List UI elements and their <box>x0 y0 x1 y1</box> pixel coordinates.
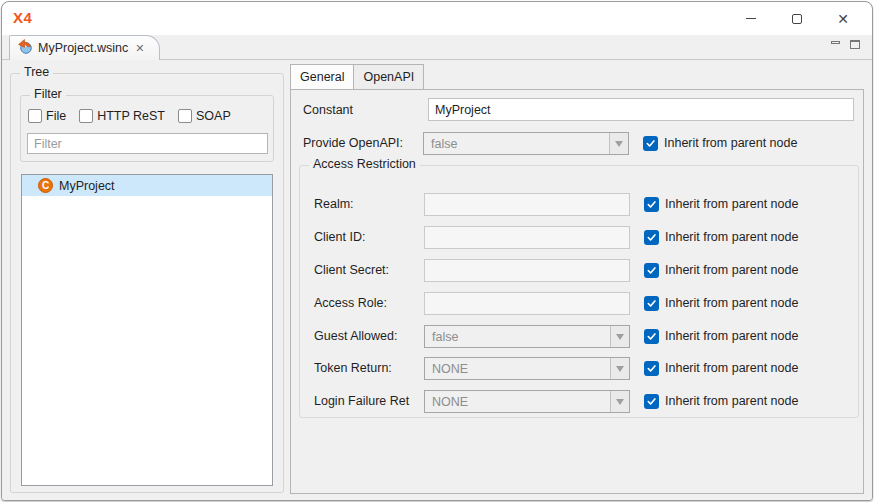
filter-input[interactable] <box>27 133 268 154</box>
filter-checkbox-file-label: File <box>46 109 66 123</box>
checkbox-checked-icon[interactable] <box>644 197 659 212</box>
editor-tab-label: MyProject.wsinc <box>38 41 128 55</box>
editor-tab-myproject-wsinc[interactable]: MyProject.wsinc ✕ <box>9 35 160 60</box>
tree-item-label: MyProject <box>59 179 115 193</box>
provide-openapi-label: Provide OpenAPI: <box>303 132 403 154</box>
content-area: Tree Filter File HTTP ReST SOAP <box>2 61 872 500</box>
checkbox-unchecked-icon <box>28 109 42 123</box>
inherit-label: Inherit from parent node <box>665 329 798 343</box>
view-buttons <box>831 40 860 49</box>
checkbox-checked-icon[interactable] <box>644 230 659 245</box>
constant-label: Constant <box>303 99 353 121</box>
filter-checkbox-http-rest[interactable]: HTTP ReST <box>79 109 165 123</box>
token-return-value: NONE <box>425 362 610 376</box>
tab-openapi[interactable]: OpenAPI <box>354 64 424 89</box>
checkbox-unchecked-icon <box>79 109 93 123</box>
filter-checkboxes: File HTTP ReST SOAP <box>28 109 231 123</box>
access-role-input[interactable] <box>424 292 630 315</box>
constant-node-icon: C <box>38 178 53 193</box>
filter-checkbox-file[interactable]: File <box>28 109 66 123</box>
minimize-icon <box>746 18 756 19</box>
client-secret-input[interactable] <box>424 259 630 282</box>
view-minimize-icon[interactable] <box>831 41 840 44</box>
chevron-down-icon <box>610 326 629 347</box>
wsinc-file-icon <box>17 38 33 58</box>
login-failure-ret-inherit: Inherit from parent node <box>644 390 798 412</box>
access-role-inherit: Inherit from parent node <box>644 292 798 314</box>
application-window: X4 ✕ MyProject.wsinc ✕ <box>1 1 873 501</box>
client-secret-label: Client Secret: <box>314 259 389 281</box>
realm-label: Realm: <box>314 193 354 215</box>
tab-general[interactable]: General <box>290 64 354 89</box>
login-failure-ret-dropdown[interactable]: NONE <box>424 390 630 413</box>
filter-checkbox-soap[interactable]: SOAP <box>178 109 231 123</box>
token-return-label: Token Return: <box>314 357 392 379</box>
chevron-down-icon <box>610 358 629 379</box>
tree-item-myproject[interactable]: C MyProject <box>22 175 272 196</box>
checkbox-checked-icon[interactable] <box>644 296 659 311</box>
provide-openapi-inherit: Inherit from parent node <box>643 132 797 154</box>
guest-allowed-value: false <box>425 330 610 344</box>
tab-close-icon[interactable]: ✕ <box>135 42 144 55</box>
guest-allowed-dropdown[interactable]: false <box>424 325 630 348</box>
login-failure-ret-label: Login Failure Ret <box>314 390 409 412</box>
checkbox-unchecked-icon <box>178 109 192 123</box>
tree-group-label: Tree <box>20 65 53 79</box>
properties-tabs: General OpenAPI <box>290 64 864 89</box>
general-tab-content: Constant Provide OpenAPI: false Inherit … <box>290 89 864 494</box>
access-restriction-label: Access Restriction <box>309 157 420 171</box>
client-id-inherit: Inherit from parent node <box>644 226 798 248</box>
inherit-label: Inherit from parent node <box>665 394 798 408</box>
editor-tab-bar: MyProject.wsinc ✕ <box>2 35 872 60</box>
properties-panel: General OpenAPI Constant Provide OpenAPI… <box>290 64 864 494</box>
maximize-icon <box>792 14 802 24</box>
inherit-label: Inherit from parent node <box>665 230 798 244</box>
title-bar: X4 ✕ <box>2 2 872 35</box>
access-role-label: Access Role: <box>314 292 387 314</box>
filter-group: Filter File HTTP ReST SOAP <box>20 95 274 162</box>
inherit-label: Inherit from parent node <box>665 197 798 211</box>
token-return-dropdown[interactable]: NONE <box>424 357 630 380</box>
window-minimize-button[interactable] <box>728 2 774 35</box>
checkbox-checked-icon[interactable] <box>644 361 659 376</box>
checkbox-checked-icon[interactable] <box>643 136 658 151</box>
inherit-label: Inherit from parent node <box>665 263 798 277</box>
inherit-label: Inherit from parent node <box>665 296 798 310</box>
filter-checkbox-soap-label: SOAP <box>196 109 231 123</box>
realm-input[interactable] <box>424 193 630 216</box>
window-maximize-button[interactable] <box>774 2 820 35</box>
inherit-label: Inherit from parent node <box>665 361 798 375</box>
access-restriction-group: Access Restriction Realm: Inherit from p… <box>299 165 859 418</box>
filter-group-label: Filter <box>30 87 66 101</box>
client-id-label: Client ID: <box>314 226 365 248</box>
chevron-down-icon <box>609 133 628 154</box>
tree-group: Tree Filter File HTTP ReST SOAP <box>10 73 284 493</box>
chevron-down-icon <box>610 391 629 412</box>
project-tree[interactable]: C MyProject <box>21 174 273 486</box>
realm-inherit: Inherit from parent node <box>644 193 798 215</box>
provide-openapi-dropdown[interactable]: false <box>423 132 629 155</box>
window-controls: ✕ <box>728 2 866 35</box>
guest-allowed-label: Guest Allowed: <box>314 325 397 347</box>
checkbox-checked-icon[interactable] <box>644 263 659 278</box>
checkbox-checked-icon[interactable] <box>644 329 659 344</box>
view-maximize-icon[interactable] <box>850 40 860 49</box>
token-return-inherit: Inherit from parent node <box>644 357 798 379</box>
client-id-input[interactable] <box>424 226 630 249</box>
checkbox-checked-icon[interactable] <box>644 394 659 409</box>
window-close-button[interactable]: ✕ <box>820 2 866 35</box>
close-icon: ✕ <box>837 12 849 26</box>
guest-allowed-inherit: Inherit from parent node <box>644 325 798 347</box>
filter-checkbox-http-rest-label: HTTP ReST <box>97 109 165 123</box>
login-failure-ret-value: NONE <box>425 395 610 409</box>
inherit-label: Inherit from parent node <box>664 136 797 150</box>
constant-input[interactable] <box>428 98 854 121</box>
client-secret-inherit: Inherit from parent node <box>644 259 798 281</box>
provide-openapi-value: false <box>424 137 609 151</box>
x4-logo: X4 <box>13 9 32 26</box>
